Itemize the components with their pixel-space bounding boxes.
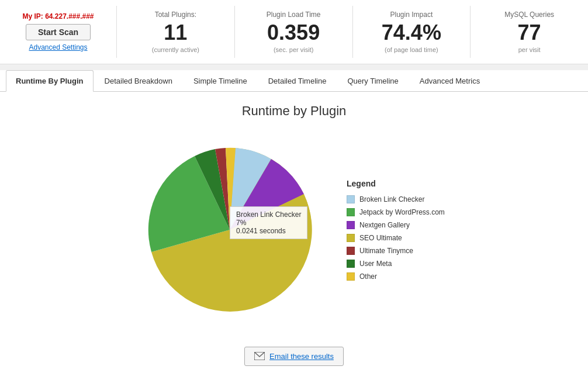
main-content: Runtime by Plugin (0, 92, 588, 373)
legend-label-jetpack: Jetpack by WordPress.com (359, 208, 445, 216)
legend-color-seo (347, 234, 355, 242)
stat-panel-plugins: Total Plugins: 11 (currently active) (117, 6, 235, 58)
top-bar: My IP: 64.227.###.### Start Scan Advance… (0, 0, 588, 64)
legend-item-tinymce: Ultimate Tinymce (347, 247, 452, 255)
legend-color-nextgen (347, 221, 355, 229)
stat-sub-impact: (of page load time) (385, 46, 438, 53)
email-area: Email these results (12, 347, 576, 373)
stat-label-mysql: MySQL Queries (504, 11, 554, 19)
stat-sub-loadtime: (sec. per visit) (274, 46, 313, 53)
legend-label-usermeta: User Meta (359, 260, 392, 268)
stat-label-loadtime: Plugin Load Time (267, 11, 321, 19)
tab-runtime-by-plugin[interactable]: Runtime By Plugin (6, 70, 94, 92)
email-icon (254, 352, 265, 360)
legend-label-seo: SEO Ultimate (359, 234, 402, 242)
stat-value-impact: 74.4% (382, 21, 441, 44)
tab-detailed-timeline[interactable]: Detailed Timeline (258, 70, 337, 91)
legend-item-seo: SEO Ultimate (347, 234, 452, 242)
legend-color-other (347, 272, 355, 281)
stat-panel-loadtime: Plugin Load Time 0.359 (sec. per visit) (235, 6, 353, 58)
tabs-bar: Runtime By Plugin Detailed Breakdown Sim… (0, 70, 588, 92)
tab-simple-timeline[interactable]: Simple Timeline (184, 70, 257, 91)
chart-area: Broken Link Checker 7% 0.0241 seconds Le… (12, 130, 576, 329)
legend-label-tinymce: Ultimate Tinymce (359, 247, 413, 255)
stat-sub-plugins: (currently active) (152, 46, 199, 53)
legend: Legend Broken Link Checker Jetpack by Wo… (347, 179, 452, 281)
legend-color-usermeta (347, 260, 355, 268)
stat-value-mysql: 77 (518, 21, 541, 44)
legend-item-jetpack: Jetpack by WordPress.com (347, 208, 452, 216)
legend-item-nextgen: Nextgen Gallery (347, 221, 452, 229)
advanced-settings-link[interactable]: Advanced Settings (29, 43, 87, 51)
legend-label-nextgen: Nextgen Gallery (359, 221, 410, 229)
legend-color-blc (347, 195, 355, 203)
legend-color-jetpack (347, 208, 355, 216)
ip-panel: My IP: 64.227.###.### Start Scan Advance… (0, 6, 117, 58)
pie-chart-proper (136, 136, 323, 323)
stat-panel-impact: Plugin Impact 74.4% (of page load time) (353, 6, 471, 58)
pie-container: Broken Link Checker 7% 0.0241 seconds (136, 136, 323, 323)
stat-value-loadtime: 0.359 (267, 21, 320, 44)
legend-item-usermeta: User Meta (347, 260, 452, 268)
stat-value-plugins: 11 (164, 21, 187, 44)
tab-query-timeline[interactable]: Query Timeline (337, 70, 408, 91)
legend-item-blc: Broken Link Checker (347, 195, 452, 203)
stat-sub-mysql: per visit (518, 46, 541, 53)
stat-label-impact: Plugin Impact (390, 11, 433, 19)
tab-advanced-metrics[interactable]: Advanced Metrics (410, 70, 490, 91)
start-scan-button[interactable]: Start Scan (26, 24, 91, 40)
chart-title: Runtime by Plugin (12, 103, 576, 119)
legend-label-other: Other (359, 272, 377, 281)
legend-label-blc: Broken Link Checker (359, 195, 424, 203)
legend-title: Legend (347, 179, 452, 188)
legend-color-tinymce (347, 247, 355, 255)
ip-label: My IP: 64.227.###.### (22, 12, 94, 20)
stat-panel-mysql: MySQL Queries 77 per visit (471, 6, 588, 58)
legend-item-other: Other (347, 272, 452, 281)
email-button-label: Email these results (269, 352, 334, 361)
tab-detailed-breakdown[interactable]: Detailed Breakdown (95, 70, 182, 91)
stat-label-plugins: Total Plugins: (155, 11, 196, 19)
email-button[interactable]: Email these results (244, 347, 344, 366)
